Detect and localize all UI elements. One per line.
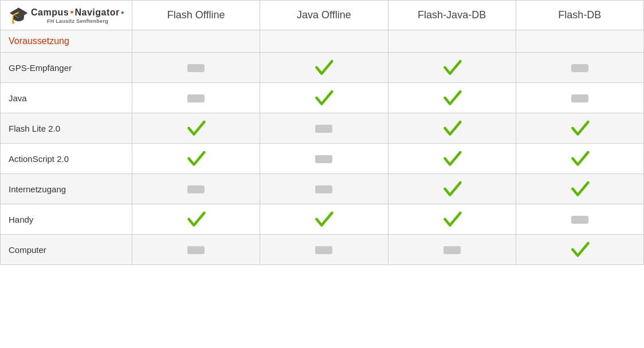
dash-icon — [315, 246, 332, 254]
value-cell — [260, 204, 388, 235]
section-empty-3 — [388, 30, 516, 53]
value-cell — [132, 174, 260, 204]
table-row: Java — [1, 83, 644, 113]
col-flash-db-header: Flash-DB — [516, 1, 643, 30]
col-flash-java-db-header: Flash-Java-DB — [388, 1, 516, 30]
row-label: Handy — [1, 204, 132, 235]
check-icon — [570, 177, 590, 198]
dash-icon — [187, 246, 205, 254]
value-cell — [516, 144, 643, 174]
value-cell — [516, 83, 643, 113]
row-label: Computer — [1, 235, 132, 265]
table-row: Flash Lite 2.0 — [1, 113, 644, 144]
logo-cell: 🎓 Campus ▪ Navigator ● FH Lausitz Senfte… — [1, 1, 132, 30]
check-icon — [442, 86, 462, 107]
table-row: Computer — [1, 235, 644, 265]
col-flash-offline-header: Flash Offline — [132, 1, 260, 30]
logo-cap-icon: 🎓 — [9, 7, 29, 23]
value-cell — [388, 83, 516, 113]
dash-icon — [187, 185, 205, 193]
section-empty-1 — [132, 30, 260, 53]
check-icon — [442, 117, 462, 137]
dash-icon — [187, 94, 205, 102]
row-label: GPS-Empfänger — [1, 53, 132, 83]
value-cell — [388, 144, 516, 174]
check-icon — [186, 147, 206, 168]
value-cell — [388, 53, 516, 83]
check-icon — [570, 147, 590, 168]
section-label: Voraussetzung — [1, 30, 132, 53]
value-cell — [132, 113, 260, 144]
check-icon — [313, 86, 334, 107]
check-icon — [186, 117, 206, 137]
dash-icon — [571, 216, 588, 224]
check-icon — [313, 208, 334, 228]
logo-text-block: Campus ▪ Navigator ● FH Lausitz Senftenb… — [31, 6, 124, 24]
value-cell — [260, 144, 388, 174]
value-cell — [132, 204, 260, 235]
value-cell — [132, 53, 260, 83]
dash-icon — [571, 64, 588, 72]
logo-subtitle: FH Lausitz Senftenberg — [31, 18, 124, 24]
value-cell — [516, 53, 643, 83]
section-header-row: Voraussetzung — [1, 30, 644, 53]
row-label: ActionScript 2.0 — [1, 144, 132, 174]
value-cell — [388, 113, 516, 144]
logo-container: 🎓 Campus ▪ Navigator ● FH Lausitz Senfte… — [9, 6, 124, 24]
value-cell — [132, 83, 260, 113]
value-cell — [260, 174, 388, 204]
table-row: Handy — [1, 204, 644, 235]
value-cell — [132, 235, 260, 265]
table-row: ActionScript 2.0 — [1, 144, 644, 174]
value-cell — [132, 144, 260, 174]
dash-icon — [443, 246, 461, 254]
check-icon — [570, 117, 590, 137]
value-cell — [260, 113, 388, 144]
check-icon — [442, 56, 462, 77]
value-cell — [388, 174, 516, 204]
logo-dot-orange: ▪ — [70, 6, 73, 18]
check-icon — [186, 208, 206, 228]
dash-icon — [315, 155, 332, 163]
section-empty-4 — [516, 30, 643, 53]
section-empty-2 — [260, 30, 388, 53]
dash-icon — [315, 125, 332, 133]
logo-campus-text: Campus — [31, 7, 69, 18]
value-cell — [516, 113, 643, 144]
table-row: GPS-Empfänger — [1, 53, 644, 83]
value-cell — [516, 174, 643, 204]
value-cell — [388, 204, 516, 235]
table-row: Internetzugang — [1, 174, 644, 204]
value-cell — [260, 83, 388, 113]
value-cell — [260, 235, 388, 265]
row-label: Flash Lite 2.0 — [1, 113, 132, 144]
dash-icon — [571, 94, 588, 102]
logo-dot-blue: ● — [121, 9, 124, 15]
value-cell — [516, 204, 643, 235]
check-icon — [442, 147, 462, 168]
page-wrapper: 🎓 Campus ▪ Navigator ● FH Lausitz Senfte… — [0, 0, 644, 348]
check-icon — [442, 177, 462, 198]
comparison-table: 🎓 Campus ▪ Navigator ● FH Lausitz Senfte… — [0, 0, 644, 265]
row-label: Java — [1, 83, 132, 113]
value-cell — [260, 53, 388, 83]
value-cell — [516, 235, 643, 265]
value-cell — [388, 235, 516, 265]
logo-navigator-text: Navigator — [75, 7, 120, 18]
check-icon — [442, 208, 462, 228]
row-label: Internetzugang — [1, 174, 132, 204]
dash-icon — [315, 185, 332, 193]
col-java-offline-header: Java Offline — [260, 1, 388, 30]
check-icon — [313, 56, 334, 77]
check-icon — [570, 238, 590, 259]
dash-icon — [187, 64, 205, 72]
